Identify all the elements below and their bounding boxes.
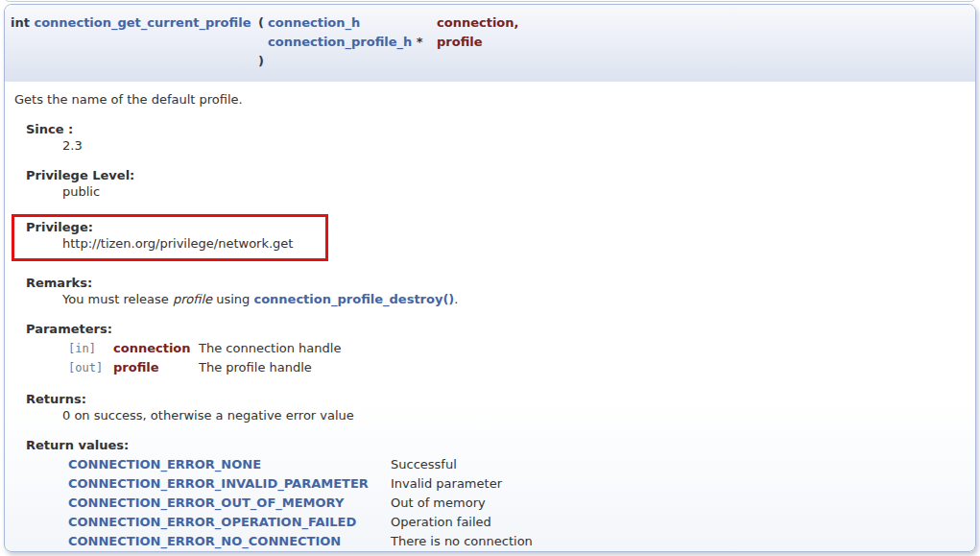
destroy-function-link[interactable]: connection_profile_destroy() <box>253 292 454 306</box>
privilege-value: http://tizen.org/privilege/network.get <box>62 236 325 252</box>
param-type-link[interactable]: connection_profile_h <box>268 35 412 49</box>
error-code-link[interactable]: CONNECTION_ERROR_INVALID_PARAMETER <box>68 476 369 491</box>
function-signature: int connection_get_current_profile ( con… <box>11 13 975 71</box>
parameters-section: Parameters: [in] connection The connecti… <box>26 322 970 377</box>
function-name-link[interactable]: connection_get_current_profile <box>34 15 251 30</box>
remarks-text-after: . <box>454 292 458 306</box>
signature-param-name: profile <box>437 33 975 52</box>
param-name: profile <box>113 358 199 377</box>
parameters-table: [in] connection The connection handle [o… <box>68 339 348 377</box>
error-code-description: There is no connection <box>391 532 533 551</box>
remarks-section: Remarks: You must release profile using … <box>26 276 970 307</box>
privilege-level-section: Privilege Level: public <box>26 168 970 200</box>
remarks-text-middle: using <box>212 292 253 306</box>
table-row: [in] connection The connection handle <box>68 339 348 358</box>
signature-name-cell: int connection_get_current_profile <box>11 13 258 33</box>
pointer-suffix: * <box>412 35 422 49</box>
error-code-description: Successful <box>391 455 533 474</box>
error-code-description: Invalid parameter <box>391 474 533 494</box>
parameters-label: Parameters: <box>26 322 970 337</box>
error-code-description: Out of memory <box>391 494 533 513</box>
function-doc-card: int connection_get_current_profile ( con… <box>4 4 976 552</box>
since-label: Since : <box>26 122 970 137</box>
param-description: The profile handle <box>199 358 348 377</box>
remarks-label: Remarks: <box>26 276 970 291</box>
table-row: CONNECTION_ERROR_PERMISSION_DENIED Permi… <box>68 551 533 552</box>
remarks-text: You must release profile using connectio… <box>62 292 970 307</box>
privilege-level-value: public <box>62 184 970 200</box>
previous-section-bottom-edge <box>4 0 976 2</box>
param-name: connection <box>113 339 199 358</box>
returns-section: Returns: 0 on success, otherwise a negat… <box>26 392 970 423</box>
error-code-description: Operation failed <box>391 513 533 532</box>
function-signature-header: int connection_get_current_profile ( con… <box>5 5 975 82</box>
table-row: CONNECTION_ERROR_INVALID_PARAMETER Inval… <box>68 474 533 494</box>
since-section: Since : 2.3 <box>26 122 970 154</box>
since-value: 2.3 <box>62 138 970 154</box>
error-code-link[interactable]: CONNECTION_ERROR_OPERATION_FAILED <box>68 515 356 529</box>
param-description: The connection handle <box>199 339 348 358</box>
function-doc-body: Gets the name of the default profile. Si… <box>5 82 975 552</box>
signature-param-name: connection, <box>437 13 975 33</box>
return-values-table: CONNECTION_ERROR_NONE Successful CONNECT… <box>68 455 533 552</box>
table-row: CONNECTION_ERROR_OUT_OF_MEMORY Out of me… <box>68 494 533 513</box>
return-values-label: Return values: <box>26 438 970 453</box>
close-paren: ) <box>258 52 268 71</box>
return-values-section: Return values: CONNECTION_ERROR_NONE Suc… <box>26 438 970 552</box>
table-row: CONNECTION_ERROR_NONE Successful <box>68 455 533 474</box>
privilege-highlight-box: Privilege: http://tizen.org/privilege/ne… <box>12 214 328 261</box>
privilege-label: Privilege: <box>26 220 325 235</box>
table-row: [out] profile The profile handle <box>68 358 348 377</box>
error-code-link[interactable]: CONNECTION_ERROR_NONE <box>68 457 261 471</box>
error-code-description: Permission Denied <box>391 551 533 552</box>
error-code-link[interactable]: CONNECTION_ERROR_NO_CONNECTION <box>68 534 341 548</box>
return-type: int <box>11 15 30 30</box>
param-type-cell: connection_profile_h * <box>268 33 437 52</box>
param-direction: [in] <box>68 339 113 358</box>
table-row: CONNECTION_ERROR_OPERATION_FAILED Operat… <box>68 513 533 532</box>
param-type-cell: connection_h <box>268 13 437 33</box>
remarks-param-ref: profile <box>173 292 212 306</box>
function-description: Gets the name of the default profile. <box>14 92 970 108</box>
param-type-link[interactable]: connection_h <box>268 15 360 30</box>
open-paren: ( <box>258 13 268 33</box>
privilege-level-label: Privilege Level: <box>26 168 970 183</box>
returns-value: 0 on success, otherwise a negative error… <box>62 408 970 423</box>
returns-label: Returns: <box>26 392 970 407</box>
table-row: CONNECTION_ERROR_NO_CONNECTION There is … <box>68 532 533 551</box>
error-code-link[interactable]: CONNECTION_ERROR_OUT_OF_MEMORY <box>68 496 344 510</box>
privilege-section: Privilege: http://tizen.org/privilege/ne… <box>26 220 325 252</box>
remarks-text-before: You must release <box>62 292 173 306</box>
param-direction: [out] <box>68 358 113 377</box>
